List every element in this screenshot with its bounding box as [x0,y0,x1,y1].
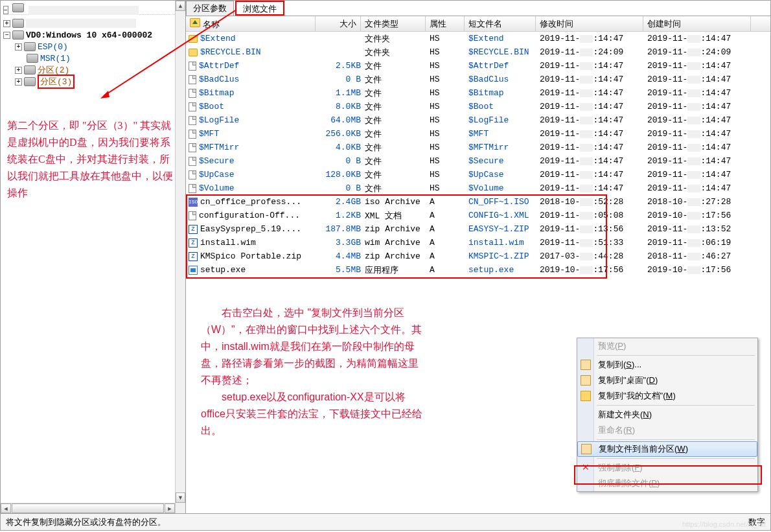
scrollbar-horizontal[interactable]: ◄► [1,503,175,513]
annotation-left: 第二个分区，即 "分区（3）" 其实就是虚拟机中的D盘，因为我们要将系统装在C盘… [7,117,176,202]
tree-item-root[interactable]: − VD0:Windows 10 x64-000002 [3,29,183,41]
tab-browse[interactable]: 浏览文件 [235,1,284,16]
iso-icon: ISO [189,198,198,207]
file-icon [189,89,196,98]
copy-icon [581,360,591,370]
file-icon [189,130,196,139]
file-row[interactable]: $Extend文件夹HS$Extend2019-11-:14:472019-11… [186,32,770,45]
zip-icon: Z [189,225,198,234]
file-row[interactable]: $MFTMirr4.0KB文件HS$MFTMirr2019-11-:14:472… [186,141,770,154]
file-list-header: 名称 大小 文件类型 属性 短文件名 修改时间 创建时间 [186,16,770,32]
file-row[interactable]: $Boot8.0KB文件HS$Boot2019-11-:14:472019-11… [186,100,770,113]
expand-icon[interactable]: − [3,6,8,14]
tree-label: VD0:Windows 10 x64-000002 [26,30,152,40]
tree-item-p3[interactable]: + 分区(3) [3,76,183,87]
menu-force-delete: ✕强制删除(F) [577,460,757,476]
folder-icon [189,49,198,56]
tab-params[interactable]: 分区参数 [186,1,234,16]
tree-item-p2[interactable]: + 分区(2) [3,64,183,76]
copy-icon [581,444,592,454]
context-menu: 预览(P) 复制到(S)... 复制到"桌面"(D) 复制到"我的文档"(M) … [577,338,758,492]
file-row[interactable]: $AttrDef2.5KB文件HS$AttrDef2019-11-:14:472… [186,59,770,73]
file-icon [189,116,196,125]
file-row[interactable]: ZEasySysprep_5.19....187.8MBzip ArchiveA… [186,222,770,236]
status-bar: 将文件复制到隐藏分区或没有盘符的分区。 数字 [0,514,771,531]
menu-copy-docs[interactable]: 复制到"我的文档"(M) [577,388,757,404]
file-row[interactable]: $LogFile64.0MB文件HS$LogFile2019-11-:14:47… [186,113,770,127]
menu-copy-to[interactable]: 复制到(S)... [577,357,757,373]
menu-preview: 预览(P) [577,338,757,354]
file-icon [189,102,196,111]
file-icon [189,62,196,71]
file-row[interactable]: $MFT256.0KB文件HS$MFT2019-11-:14:472019-11… [186,127,770,141]
menu-new-folder[interactable]: 新建文件夹(N) [577,407,757,422]
file-row[interactable]: $RECYCLE.BIN文件夹HS$RECYCLE.BIN2019-11-:24… [186,45,770,59]
folder-icon [581,391,591,401]
zip-icon: Z [189,252,198,261]
file-row[interactable]: ZKMSpico Portable.zip4.4MBzip ArchiveAKM… [186,249,770,263]
file-row[interactable]: $Secure0 B文件HS$Secure2019-11-:14:472019-… [186,154,770,168]
delete-icon: ✕ [581,463,591,473]
zip-icon: Z [189,238,198,248]
menu-copy-to-partition[interactable]: 复制文件到当前分区(W) [577,441,757,457]
tree-item-esp[interactable]: + ESP(0) [3,41,183,52]
status-text: 将文件复制到隐藏分区或没有盘符的分区。 [6,516,166,528]
file-row[interactable]: $Volume0 B文件HS$Volume2019-11-:14:472019-… [186,181,770,195]
file-row[interactable]: configuration-Off...1.2KBXML 文档ACONFIG~1… [186,209,770,222]
annotation-right: 右击空白处，选中 "复制文件到当前分区（W）"，在弹出的窗口中找到上述六个文件。… [201,305,428,439]
redacted-text [29,6,139,15]
file-icon [189,143,196,152]
file-icon [189,170,196,179]
menu-copy-desktop[interactable]: 复制到"桌面"(D) [577,373,757,388]
file-icon [189,211,196,220]
file-row[interactable]: $BadClus0 B文件HS$BadClus2019-11-:14:47201… [186,73,770,86]
folder-icon [189,35,198,43]
exe-icon [189,266,198,275]
up-folder-icon[interactable] [190,18,200,27]
file-row[interactable]: $UpCase128.0KB文件HS$UpCase2019-11-:14:472… [186,168,770,181]
disk-icon [12,3,24,12]
scrollbar-vertical[interactable]: ▲ ▼ [175,1,185,513]
file-row[interactable]: $Bitmap1.1MB文件HS$Bitmap2019-11-:14:47201… [186,86,770,100]
copy-icon [581,375,591,386]
watermark: https://blog.csdn.net/id_rat [682,520,766,528]
file-row[interactable]: Zinstall.wim3.3GBwim ArchiveAinstall.wim… [186,236,770,249]
file-icon [189,184,196,193]
file-icon [189,75,196,84]
file-row[interactable]: ISOcn_office_profess...2.4GBiso ArchiveA… [186,195,770,209]
tree-item[interactable]: + [3,17,183,29]
menu-rename: 重命名(R) [577,422,757,438]
tree-panel: − + − VD0:Windows 10 x64-000002 + ESP(0)… [1,1,186,513]
tree-item-msr[interactable]: MSR(1) [3,52,183,64]
file-row[interactable]: setup.exe5.5MB应用程序Asetup.exe2019-10-:17:… [186,263,770,277]
file-icon [189,157,196,166]
menu-delete-complete: 彻底删除文件(P) [577,476,757,491]
file-list[interactable]: $Extend文件夹HS$Extend2019-11-:14:472019-11… [186,32,770,277]
tab-bar: 分区参数 浏览文件 [186,1,770,16]
